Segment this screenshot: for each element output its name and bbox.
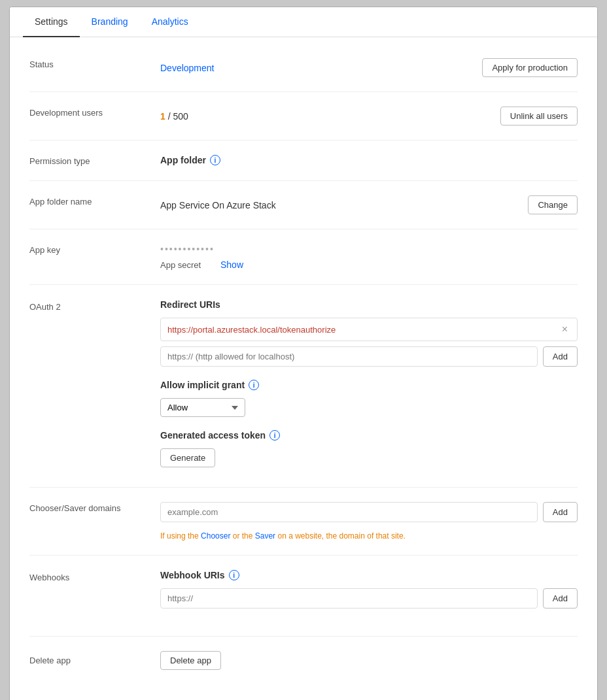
chooser-link[interactable]: Chooser bbox=[201, 531, 230, 541]
generate-token-button[interactable]: Generate bbox=[160, 448, 215, 467]
webhook-uris-title: Webhook URIs i bbox=[160, 570, 578, 580]
app-folder-value: App Service On Azure Stack bbox=[160, 200, 515, 210]
permission-type-row: Permission type App folder i bbox=[29, 141, 578, 181]
app-folder-row: App folder name App Service On Azure Sta… bbox=[29, 181, 578, 229]
chooser-saver-label: Chooser/Saver domains bbox=[29, 502, 160, 513]
app-secret-label: App secret bbox=[160, 260, 213, 270]
add-domain-button[interactable]: Add bbox=[543, 502, 578, 522]
token-info-icon[interactable]: i bbox=[269, 430, 280, 441]
chooser-saver-hint: If using the Chooser or the Saver on a w… bbox=[160, 531, 578, 541]
tab-branding[interactable]: Branding bbox=[80, 7, 140, 37]
dev-users-number: 1 bbox=[160, 111, 165, 122]
domain-input[interactable] bbox=[160, 502, 538, 522]
status-row: Status Development Apply for production bbox=[29, 44, 578, 92]
uri-close-icon[interactable]: × bbox=[559, 324, 570, 335]
uri-entry: https://portal.azurestack.local/tokenaut… bbox=[160, 318, 578, 341]
add-uri-button[interactable]: Add bbox=[543, 346, 578, 367]
uri-input-row: Add bbox=[160, 346, 578, 367]
redirect-uris-title: Redirect URIs bbox=[160, 299, 578, 310]
webhooks-label: Webhooks bbox=[29, 570, 160, 582]
webhooks-section: Webhooks Webhook URIs i Add bbox=[29, 556, 578, 637]
dev-users-count: 1 / 500 bbox=[160, 111, 188, 122]
webhook-input-row: Add bbox=[160, 588, 578, 608]
delete-app-label: Delete app bbox=[29, 656, 160, 665]
app-key-row: App key •••••••••••• App secret Show bbox=[29, 229, 578, 285]
app-key-value: •••••••••••• bbox=[160, 244, 215, 254]
apply-for-production-button[interactable]: Apply for production bbox=[482, 58, 578, 77]
dev-users-row: Development users 1 / 500 Unlink all use… bbox=[29, 92, 578, 141]
status-label: Status bbox=[29, 58, 160, 69]
permission-type-info-icon[interactable]: i bbox=[210, 155, 220, 165]
permission-type-label: Permission type bbox=[29, 155, 160, 166]
saver-link[interactable]: Saver bbox=[255, 531, 275, 541]
oauth2-label: OAuth 2 bbox=[29, 299, 160, 312]
allow-implicit-title: Allow implicit grant i bbox=[160, 380, 578, 390]
change-app-folder-button[interactable]: Change bbox=[528, 195, 578, 214]
tabs-bar: Settings Branding Analytics bbox=[10, 7, 597, 37]
delete-app-button[interactable]: Delete app bbox=[160, 651, 221, 670]
delete-app-row: Delete app Delete app bbox=[29, 637, 578, 684]
dev-users-label: Development users bbox=[29, 107, 160, 118]
token-section: Generated access token i Generate bbox=[160, 430, 578, 467]
oauth2-content: Redirect URIs https://portal.azurestack.… bbox=[160, 299, 578, 473]
add-webhook-button[interactable]: Add bbox=[543, 588, 578, 608]
tab-analytics[interactable]: Analytics bbox=[140, 7, 200, 37]
settings-content: Status Development Apply for production … bbox=[10, 37, 597, 700]
app-window: Settings Branding Analytics Status Devel… bbox=[9, 7, 598, 700]
tab-settings[interactable]: Settings bbox=[23, 7, 80, 37]
allow-implicit-section: Allow implicit grant i Allow Deny bbox=[160, 380, 578, 417]
uri-input[interactable] bbox=[160, 346, 538, 367]
webhooks-content: Webhook URIs i Add bbox=[160, 570, 578, 622]
uri-value: https://portal.azurestack.local/tokenaut… bbox=[167, 325, 559, 335]
allow-implicit-info-icon[interactable]: i bbox=[249, 380, 259, 390]
status-value[interactable]: Development bbox=[160, 63, 215, 73]
dev-users-max: 500 bbox=[173, 111, 188, 122]
permission-type-value: App folder i bbox=[160, 155, 578, 165]
webhook-uri-input[interactable] bbox=[160, 588, 538, 608]
unlink-all-users-button[interactable]: Unlink all users bbox=[500, 107, 578, 125]
token-title: Generated access token i bbox=[160, 430, 578, 441]
webhook-info-icon[interactable]: i bbox=[229, 570, 239, 580]
app-key-label: App key bbox=[29, 244, 160, 255]
app-folder-label: App folder name bbox=[29, 195, 160, 207]
show-secret-link[interactable]: Show bbox=[220, 259, 243, 270]
oauth2-section: OAuth 2 Redirect URIs https://portal.azu… bbox=[29, 285, 578, 488]
chooser-saver-row: Chooser/Saver domains Add If using the C… bbox=[29, 488, 578, 556]
allow-implicit-select[interactable]: Allow Deny bbox=[160, 398, 245, 417]
